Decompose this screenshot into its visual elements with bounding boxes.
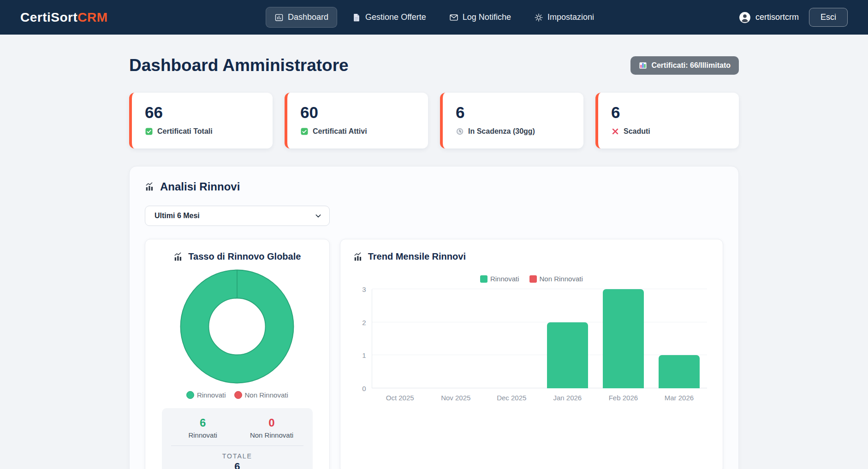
trend-chart-icon — [353, 252, 363, 262]
stat-label: Certificati Attivi — [313, 127, 367, 136]
x-tick-label: Jan 2026 — [553, 394, 582, 402]
stat-value: 6 — [456, 104, 571, 122]
bar-column: Mar 2026 — [651, 289, 707, 388]
legend-item-rinnovati: Rinnovati — [480, 275, 519, 283]
check-icon — [145, 127, 153, 136]
brand-logo[interactable]: CertiSortCRM — [20, 10, 108, 25]
renewed-count: 6 — [168, 416, 237, 429]
x-icon — [611, 127, 619, 136]
stat-card-in-scadenza: 6 In Scadenza (30gg) — [440, 93, 583, 148]
stat-card-certificati-totali: 66 Certificati Totali — [129, 93, 273, 148]
nav-item-label: Gestione Offerte — [365, 12, 426, 22]
bar-column: Jan 2026 — [540, 289, 595, 388]
divider — [171, 445, 303, 446]
y-tick-label: 3 — [362, 285, 366, 293]
bar-column: Nov 2025 — [428, 289, 484, 388]
brand-name: CertiSort — [20, 10, 77, 24]
x-tick-label: Feb 2026 — [609, 394, 638, 402]
envelope-icon — [449, 13, 458, 22]
navbar-right: certisortcrm Esci — [739, 8, 848, 27]
nav-item-gestione-offerte[interactable]: Gestione Offerte — [344, 7, 434, 27]
bar-chart-icon — [639, 61, 647, 70]
trend-chart-icon — [145, 182, 155, 192]
main-content: Dashboard Amministratore Certificati: 66… — [129, 56, 739, 469]
period-select-value: Ultimi 6 Mesi — [155, 212, 200, 220]
y-tick-label: 0 — [362, 385, 366, 392]
analisi-rinnovi-section: Analisi Rinnovi Ultimi 6 Mesi Tasso di R… — [129, 166, 739, 469]
bar-column: Oct 2025 — [372, 289, 428, 388]
stat-card-certificati-attivi: 60 Certificati Attivi — [285, 93, 428, 148]
x-tick-label: Dec 2025 — [497, 394, 526, 402]
user-chip: certisortcrm — [739, 12, 799, 24]
stat-value: 60 — [300, 104, 415, 122]
stat-value: 66 — [145, 104, 260, 122]
legend-item-non-rinnovati: Non Rinnovati — [234, 391, 288, 399]
nav-item-log-notifiche[interactable]: Log Notifiche — [441, 7, 519, 27]
total-label: TOTALE — [168, 452, 306, 460]
bar-column: Feb 2026 — [595, 289, 651, 388]
nav-item-impostazioni[interactable]: Impostazioni — [526, 7, 602, 27]
stat-value: 6 — [611, 104, 726, 122]
bar-rinnovati — [603, 289, 644, 388]
section-title: Analisi Rinnovi — [160, 180, 240, 193]
username: certisortcrm — [755, 12, 799, 22]
bar-rinnovati — [659, 355, 700, 388]
bar-plot-area: 0123Oct 2025Nov 2025Dec 2025Jan 2026Feb … — [372, 289, 707, 388]
green-dot-icon — [186, 391, 194, 399]
stat-label: In Scadenza (30gg) — [468, 127, 535, 136]
user-avatar-icon — [739, 12, 751, 24]
donut-chart — [156, 269, 318, 384]
donut-chart-card: Tasso di Rinnovo Globale Rinnovati — [145, 239, 330, 469]
donut-legend: Rinnovati Non Rinnovati — [156, 391, 318, 399]
y-tick-label: 1 — [362, 351, 366, 359]
brand-name-accent: CRM — [77, 10, 107, 24]
clock-icon — [456, 127, 464, 136]
nav-item-label: Log Notifiche — [463, 12, 511, 22]
nav-item-label: Impostazioni — [547, 12, 594, 22]
period-select[interactable]: Ultimi 6 Mesi — [145, 206, 330, 226]
x-tick-label: Mar 2026 — [665, 394, 694, 402]
stats-row: 66 Certificati Totali 60 Certificati Att… — [129, 93, 739, 148]
dashboard-icon — [274, 13, 284, 22]
main-nav: Dashboard Gestione Offerte Log Notifiche — [266, 7, 602, 28]
renewal-summary-box: 6 Rinnovati 0 Non Rinnovati TOTALE 6 — [162, 408, 313, 469]
badge-text: Certificati: 66/Illimitato — [651, 61, 731, 70]
green-square-icon — [480, 275, 488, 283]
certificates-quota-badge: Certificati: 66/Illimitato — [630, 56, 739, 75]
check-icon — [300, 127, 309, 136]
bar-column: Dec 2025 — [484, 289, 540, 388]
red-dot-icon — [234, 391, 242, 399]
bar-chart-legend: Rinnovati Non Rinnovati — [353, 275, 710, 283]
top-navbar: CertiSortCRM Dashboard Gestione Offerte … — [0, 0, 868, 35]
chevron-down-icon — [315, 212, 322, 220]
bar-chart-card: Trend Mensile Rinnovi Rinnovati Non Rinn… — [340, 239, 723, 469]
legend-item-non-rinnovati: Non Rinnovati — [529, 275, 583, 283]
x-tick-label: Nov 2025 — [441, 394, 470, 402]
nav-item-dashboard[interactable]: Dashboard — [266, 7, 337, 28]
not-renewed-count: 0 — [237, 416, 306, 429]
x-tick-label: Oct 2025 — [386, 394, 414, 402]
stat-label: Scaduti — [624, 127, 650, 136]
renewed-label: Rinnovati — [168, 431, 237, 439]
stat-card-scaduti: 6 Scaduti — [595, 93, 739, 148]
legend-item-rinnovati: Rinnovati — [186, 391, 226, 399]
gear-icon — [534, 13, 543, 22]
bar-chart-title: Trend Mensile Rinnovi — [368, 251, 466, 262]
logout-button[interactable]: Esci — [809, 8, 848, 27]
red-square-icon — [529, 275, 537, 283]
bar-rinnovati — [547, 322, 588, 388]
page-title: Dashboard Amministratore — [129, 56, 349, 75]
donut-chart-title: Tasso di Rinnovo Globale — [188, 251, 301, 262]
stat-label: Certificati Totali — [157, 127, 213, 136]
not-renewed-label: Non Rinnovati — [237, 431, 306, 439]
document-icon — [352, 13, 361, 22]
nav-item-label: Dashboard — [288, 12, 328, 22]
y-tick-label: 2 — [362, 318, 366, 326]
total-value: 6 — [168, 461, 306, 469]
trend-chart-icon — [173, 252, 184, 262]
